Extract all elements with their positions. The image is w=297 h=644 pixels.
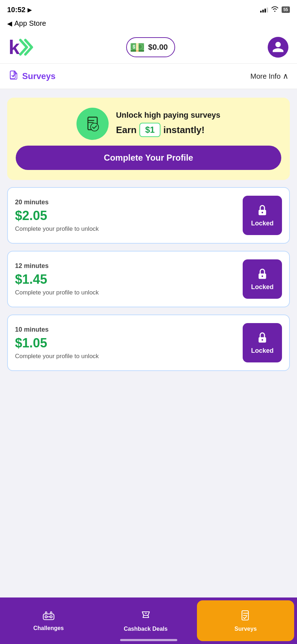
challenges-label: Challenges (33, 625, 64, 631)
user-icon (272, 41, 284, 54)
cashback-label: Cashback Deals (124, 626, 168, 632)
survey-amount-2: $1.45 (15, 272, 99, 287)
survey-duration-2: 12 minutes (15, 262, 99, 270)
survey-info-2: 12 minutes $1.45 Complete your profile t… (15, 262, 99, 296)
bottom-nav: Challenges Cashback Deals Surveys (0, 597, 297, 644)
promo-top: Unlock high paying surveys Earn $1 insta… (76, 108, 220, 140)
surveys-nav-label: Surveys (234, 626, 257, 632)
more-info-label: More Info (251, 72, 281, 80)
survey-card-2: 12 minutes $1.45 Complete your profile t… (7, 251, 290, 307)
locked-label-3: Locked (251, 347, 273, 355)
document-check-icon (83, 114, 102, 133)
balance-amount: $0.00 (148, 43, 168, 52)
locked-button-3[interactable]: Locked (243, 323, 282, 362)
survey-card-1: 20 minutes $2.05 Complete your profile t… (7, 187, 290, 244)
survey-duration-1: 20 minutes (15, 199, 99, 206)
money-icon: 💵 (130, 40, 145, 54)
complete-profile-button[interactable]: Complete Your Profile (16, 146, 281, 170)
locked-button-2[interactable]: Locked (243, 259, 282, 299)
lock-icon-2 (256, 268, 269, 280)
lock-icon-1 (256, 204, 269, 217)
section-header: Surveys More Info ∧ (0, 64, 297, 89)
logo-chevrons-icon (19, 37, 33, 57)
logo-k: k (9, 37, 20, 57)
survey-amount-3: $1.05 (15, 336, 99, 351)
challenges-icon (43, 610, 55, 623)
promo-earn-prefix: Earn (116, 125, 137, 136)
main-content: Unlock high paying surveys Earn $1 insta… (0, 89, 297, 440)
promo-icon-circle (76, 108, 109, 140)
lock-icon-3 (256, 331, 269, 344)
survey-duration-3: 10 minutes (15, 326, 99, 333)
wifi-icon (271, 6, 279, 14)
locked-label-2: Locked (251, 283, 273, 291)
battery-icon: 55 (282, 6, 290, 13)
app-logo: k (9, 37, 33, 57)
nav-item-surveys[interactable]: Surveys (197, 600, 294, 641)
promo-card: Unlock high paying surveys Earn $1 insta… (7, 98, 290, 180)
home-indicator (120, 639, 177, 641)
svg-point-8 (262, 275, 263, 277)
promo-earn-amount: $1 (139, 123, 160, 137)
promo-text-area: Unlock high paying surveys Earn $1 insta… (116, 111, 220, 137)
back-arrow-icon[interactable]: ◀ (7, 20, 12, 28)
status-time: 10:52 (7, 6, 25, 14)
svg-point-4 (91, 123, 99, 131)
svg-point-12 (45, 616, 47, 618)
survey-card-3: 10 minutes $1.05 Complete your profile t… (7, 314, 290, 371)
balance-pill[interactable]: 💵 $0.00 (126, 37, 175, 57)
survey-info-1: 20 minutes $2.05 Complete your profile t… (15, 199, 99, 233)
survey-note-2: Complete your profile to unlock (15, 289, 99, 296)
status-bar: 10:52 ▶ 55 (0, 0, 297, 18)
cashback-icon (140, 610, 152, 624)
location-arrow-icon: ▶ (28, 6, 32, 13)
promo-title: Unlock high paying surveys (116, 111, 220, 120)
status-icons: 55 (260, 6, 290, 14)
survey-note-3: Complete your profile to unlock (15, 353, 99, 360)
locked-button-1[interactable]: Locked (243, 196, 282, 235)
nav-item-challenges[interactable]: Challenges (0, 597, 97, 644)
more-info-button[interactable]: More Info ∧ (251, 72, 288, 81)
chevron-up-icon: ∧ (283, 72, 288, 81)
svg-point-10 (262, 339, 263, 341)
app-store-bar: ◀ App Store (0, 18, 297, 31)
promo-earn-suffix: instantly! (163, 125, 205, 136)
svg-point-6 (262, 211, 263, 213)
app-header: k 💵 $0.00 (0, 31, 297, 64)
surveys-title-text: Surveys (22, 71, 55, 81)
surveys-title-icon (9, 70, 19, 82)
survey-info-3: 10 minutes $1.05 Complete your profile t… (15, 326, 99, 360)
survey-note-1: Complete your profile to unlock (15, 225, 99, 233)
surveys-section-title: Surveys (9, 70, 55, 82)
app-store-label[interactable]: App Store (14, 19, 46, 28)
survey-amount-1: $2.05 (15, 208, 99, 223)
signal-bars-icon (260, 7, 268, 13)
bottom-spacer (7, 378, 290, 432)
nav-item-cashback[interactable]: Cashback Deals (97, 597, 194, 644)
surveys-nav-icon (240, 610, 251, 624)
locked-label-1: Locked (251, 220, 273, 227)
avatar[interactable] (268, 37, 288, 58)
svg-point-13 (50, 616, 52, 618)
promo-earn-row: Earn $1 instantly! (116, 123, 220, 137)
